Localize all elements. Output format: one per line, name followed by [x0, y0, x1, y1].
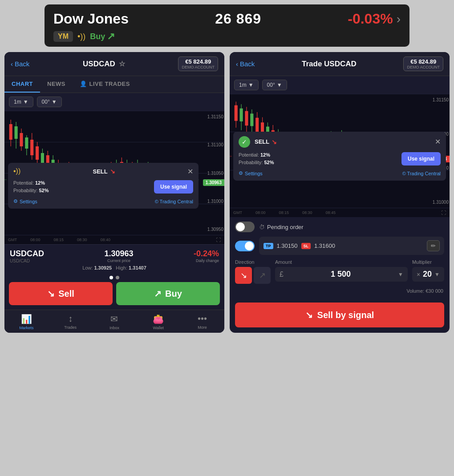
svg-rect-74	[245, 111, 248, 126]
right-chart-area: 1.31150 1.31100 1.31050 1.31000	[230, 94, 450, 208]
gear-icon: ⚙	[13, 198, 18, 204]
right-panel-title: Trade USDCAD	[302, 60, 357, 69]
dropdown-icon-2: ▼	[52, 99, 57, 105]
right-panel-header: ‹ Back Trade USDCAD €5 824.89 DEMO ACCOU…	[230, 52, 450, 76]
pending-order-toggle[interactable]	[235, 222, 255, 232]
star-icon[interactable]: ☆	[119, 60, 125, 68]
right-signal-stats: Potential: 12% Probability: 52%	[239, 151, 274, 167]
nav-trades[interactable]: ↕ Trades	[58, 314, 83, 330]
tab-news[interactable]: NEWS	[40, 76, 73, 93]
nav-more[interactable]: ••• More	[190, 314, 215, 330]
gear-icon-2: ⚙	[239, 170, 243, 176]
direction-block: Direction ↘ ↗	[235, 259, 271, 284]
volume-row: Volume: €30 000	[235, 288, 444, 294]
page-dots	[4, 273, 224, 282]
multiplier-input[interactable]: × 20 ▼	[412, 267, 444, 282]
settings-link[interactable]: ⚙ Settings	[13, 198, 37, 204]
ticker-name: Dow Jones	[53, 11, 129, 27]
signal-stats: Potential: 12% Probability: 52%	[13, 179, 49, 195]
indicator-selector[interactable]: 00° ▼	[37, 97, 62, 107]
ticker-bottom: YM •)) Buy ↗	[53, 31, 401, 42]
tp-sl-row-container: TP 1.30150 SL 1.31600 ✏	[235, 237, 444, 255]
direction-buttons: ↘ ↗	[235, 267, 271, 284]
check-icon: ✓	[239, 136, 250, 148]
left-chart-controls: 1m ▼ 00° ▼	[4, 93, 224, 111]
svg-rect-78	[255, 118, 259, 133]
right-indicator-selector[interactable]: 00° ▼	[262, 80, 287, 90]
bottom-nav: 📊 Markets ↕ Trades ✉ Inbox 👛 Wallet ••• …	[4, 310, 224, 333]
right-trading-central[interactable]: © Trading Central	[402, 171, 441, 176]
buy-arrow-icon: ↗	[154, 288, 162, 299]
pending-order-label: ⏱ Pending order	[259, 224, 304, 230]
right-chart-controls: 1m ▼ 00° ▼	[230, 76, 450, 94]
svg-rect-11	[36, 146, 39, 160]
tab-chart[interactable]: CHART	[4, 76, 40, 93]
ticker-top: Dow Jones 26 869 -0.03% ›	[53, 11, 401, 27]
action-buttons: ↘ Sell ↗ Buy	[4, 282, 224, 310]
svg-rect-3	[15, 126, 18, 139]
buy-button[interactable]: ↗ Buy	[116, 282, 220, 305]
sell-by-signal-button[interactable]: ↘ Sell by signal	[235, 303, 444, 327]
left-panel-title: USDCAD ☆	[83, 60, 125, 69]
price-block: 1.30963 Current price	[104, 249, 133, 263]
dot-2	[116, 276, 119, 279]
left-chart-area: 1.31150 1.31100 1.31050 1.31000 1.30950	[4, 111, 224, 235]
signal-icon: •))	[77, 32, 85, 41]
panels-container: ‹ Back USDCAD ☆ €5 824.89 DEMO ACCOUNT C…	[4, 52, 450, 333]
signal-footer: ⚙ Settings © Trading Central	[13, 198, 193, 204]
use-signal-button[interactable]: Use signal	[154, 180, 193, 194]
chevron-left-icon: ‹	[11, 60, 13, 68]
instrument-info: USDCAD USD/CAD 1.30963 Current price -0.…	[4, 244, 224, 273]
right-settings-link[interactable]: ⚙ Settings	[239, 170, 263, 176]
right-timeframe-selector[interactable]: 1m ▼	[234, 80, 259, 90]
buy-direction-button[interactable]: ↗	[254, 267, 271, 284]
ticker-bar: Dow Jones 26 869 -0.03% › YM •)) Buy ↗	[45, 4, 409, 47]
right-signal-footer: ⚙ Settings © Trading Central	[239, 170, 441, 176]
amount-dropdown-icon: ▼	[398, 271, 403, 278]
right-signal-header: ✓ SELL ↘ ✕	[239, 136, 441, 148]
tp-sl-toggle[interactable]	[235, 241, 255, 251]
instrument-name-block: USDCAD USD/CAD	[10, 249, 44, 263]
sell-by-signal-arrow: ↘	[305, 310, 313, 320]
price-labels: 1.31150 1.31100 1.31050 1.31000 1.30950	[207, 111, 223, 235]
svg-rect-76	[250, 113, 253, 126]
tab-live-trades[interactable]: 👤 LIVE TRADES	[73, 76, 137, 93]
left-balance-badge: €5 824.89 DEMO ACCOUNT	[178, 56, 218, 71]
amount-input[interactable]: £ 1 500 ▼	[275, 267, 408, 282]
left-gmt-row: GMT 08:00 08:15 08:30 08:40 ⛶	[4, 235, 224, 244]
nav-wallet[interactable]: 👛 Wallet	[146, 314, 170, 330]
amount-block: Amount £ 1 500 ▼	[275, 259, 408, 284]
right-use-signal-button[interactable]: Use signal	[401, 152, 441, 165]
right-sell-arrow: ↘	[272, 138, 277, 145]
trades-icon: ↕	[68, 314, 73, 324]
sell-direction-button[interactable]: ↘	[235, 267, 252, 284]
sell-button[interactable]: ↘ Sell	[9, 282, 113, 305]
nav-markets[interactable]: 📊 Markets	[14, 314, 39, 330]
trade-controls: ⏱ Pending order TP 1.30150 SL 1.31600 ✏	[230, 217, 450, 298]
svg-rect-9	[30, 140, 33, 155]
edit-tp-sl-button[interactable]: ✏	[427, 240, 440, 251]
right-expand-icon[interactable]: ⛶	[441, 210, 446, 215]
person-icon: 👤	[80, 81, 87, 87]
clock-icon: ⏱	[259, 224, 265, 230]
dropdown-icon-3: ▼	[248, 82, 254, 88]
timeframe-selector[interactable]: 1m ▼	[9, 97, 33, 107]
pending-order-row: ⏱ Pending order	[235, 222, 444, 232]
markets-icon: 📊	[21, 314, 32, 324]
svg-rect-5	[20, 133, 23, 146]
sl-value: 1.31600	[314, 242, 335, 249]
sell-arrow-icon: ↘	[47, 288, 55, 299]
left-signal-popup: •)) SELL ↘ ✕ Potential: 12% Probability:…	[8, 163, 199, 209]
right-signal-body: Potential: 12% Probability: 52% Use sign…	[239, 151, 441, 167]
chevron-right-icon[interactable]: ›	[397, 12, 401, 26]
ticker-change: -0.03%	[348, 11, 393, 27]
ticker-action[interactable]: Buy ↗	[90, 31, 115, 42]
right-back-button[interactable]: ‹ Back	[236, 60, 255, 68]
expand-icon[interactable]: ⛶	[216, 237, 221, 242]
right-signal-popup: ✓ SELL ↘ ✕ Potential: 12% Probability: 5…	[233, 132, 446, 181]
right-close-signal[interactable]: ✕	[435, 137, 441, 146]
trading-central-link[interactable]: © Trading Central	[155, 199, 193, 204]
left-back-button[interactable]: ‹ Back	[11, 60, 29, 68]
close-signal-button[interactable]: ✕	[187, 167, 193, 176]
nav-inbox[interactable]: ✉ Inbox	[102, 314, 126, 330]
